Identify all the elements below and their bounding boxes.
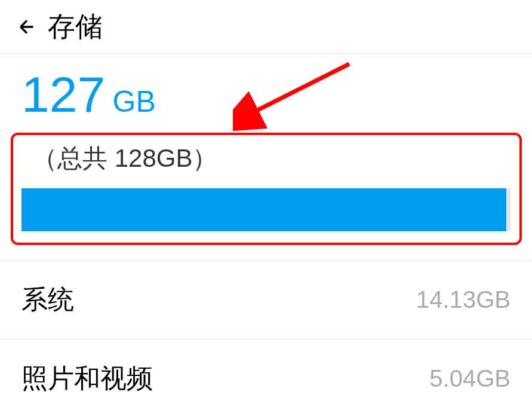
used-storage-unit: GB bbox=[113, 85, 156, 118]
page-title: 存储 bbox=[48, 8, 103, 45]
back-arrow-icon bbox=[16, 16, 38, 38]
category-label: 照片和视频 bbox=[21, 361, 153, 396]
category-value: 14.13GB bbox=[416, 286, 511, 313]
back-button[interactable] bbox=[12, 12, 42, 42]
total-storage-label: （总共 128GB） bbox=[11, 142, 532, 175]
category-value: 5.04GB bbox=[429, 365, 511, 392]
header-bar: 存储 bbox=[0, 0, 532, 54]
category-label: 系统 bbox=[21, 282, 74, 317]
storage-progress-bar bbox=[21, 188, 511, 231]
used-storage-display: 127 GB bbox=[0, 54, 532, 130]
storage-category-row[interactable]: 照片和视频 5.04GB bbox=[0, 339, 532, 410]
storage-progress-fill bbox=[21, 188, 506, 231]
used-storage-number: 127 bbox=[21, 66, 105, 123]
storage-category-row[interactable]: 系统 14.13GB bbox=[0, 260, 532, 339]
